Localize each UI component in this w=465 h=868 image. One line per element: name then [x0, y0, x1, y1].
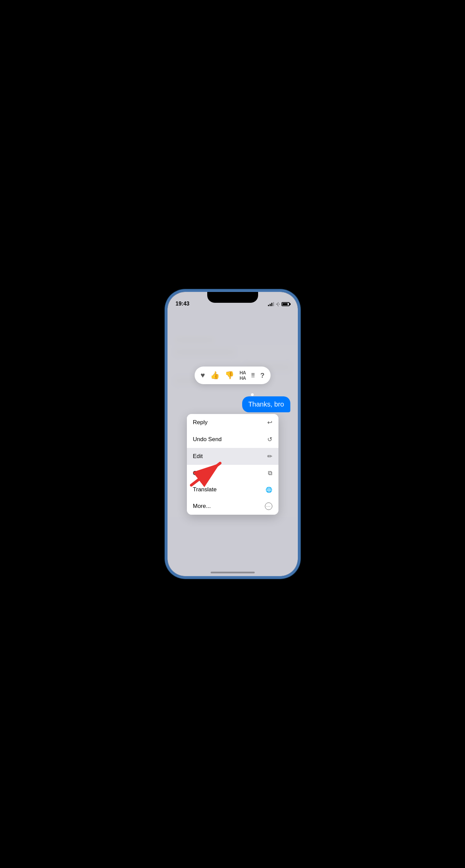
question-reaction-button[interactable]: ? [260, 372, 264, 379]
haha-reaction-button[interactable]: HAHA [239, 370, 246, 381]
status-time: 19:43 [176, 301, 190, 307]
svg-line-1 [191, 463, 220, 485]
undo-send-icon: ↺ [267, 436, 272, 443]
notch [207, 292, 258, 303]
reaction-bar: ♥ 👍 👎 HAHA ‼ ? [194, 367, 270, 384]
phone-frame: 19:43 ⋅〈⋅ [167, 291, 299, 577]
message-text: Thanks, bro [248, 400, 284, 408]
edit-icon: ✏ [267, 453, 272, 460]
signal-icon [268, 302, 274, 306]
more-menu-item[interactable]: More... ··· [187, 498, 278, 515]
status-icons: ⋅〈⋅ [268, 301, 290, 307]
undo-send-menu-item[interactable]: Undo Send ↺ [187, 431, 278, 448]
power-button [298, 343, 299, 365]
annotation-arrow [181, 458, 229, 490]
more-icon: ··· [265, 502, 272, 510]
battery-icon [282, 302, 290, 306]
copy-icon: ⧉ [268, 470, 272, 477]
message-bubble: Thanks, bro [242, 396, 290, 412]
more-label: More... [193, 503, 211, 510]
undo-send-label: Undo Send [193, 436, 222, 443]
translate-icon: 🌐 [266, 487, 272, 493]
bubble-tail [251, 393, 254, 396]
reply-icon: ↩ [267, 419, 272, 426]
reply-menu-item[interactable]: Reply ↩ [187, 414, 278, 431]
emphasize-reaction-button[interactable]: ‼ [251, 372, 255, 379]
thumbsup-reaction-button[interactable]: 👍 [210, 371, 219, 380]
home-indicator [211, 572, 255, 573]
phone-screen: 19:43 ⋅〈⋅ [168, 292, 298, 576]
reply-label: Reply [193, 419, 208, 426]
thumbsdown-reaction-button[interactable]: 👎 [225, 371, 234, 380]
wifi-icon: ⋅〈⋅ [276, 301, 280, 307]
heart-reaction-button[interactable]: ♥ [200, 371, 205, 380]
